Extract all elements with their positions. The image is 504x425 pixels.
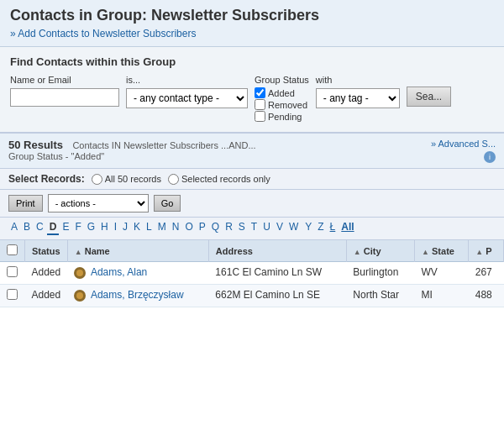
row-status: Added bbox=[25, 262, 68, 285]
alpha-C[interactable]: C bbox=[34, 220, 46, 235]
alpha-all[interactable]: All bbox=[339, 220, 356, 235]
alpha-T[interactable]: T bbox=[249, 220, 260, 235]
select-records-row: Select Records: All 50 records Selected … bbox=[0, 169, 504, 190]
added-checkbox-label[interactable]: Added bbox=[255, 87, 309, 98]
alpha-V[interactable]: V bbox=[274, 220, 286, 235]
all-records-radio-label[interactable]: All 50 records bbox=[92, 174, 161, 185]
alpha-P[interactable]: P bbox=[197, 220, 208, 235]
header-p[interactable]: ▲ P bbox=[469, 240, 504, 262]
select-all-checkbox[interactable] bbox=[7, 244, 18, 255]
row-status: Added bbox=[25, 285, 68, 307]
alpha-E[interactable]: E bbox=[60, 220, 71, 235]
row-checkbox-0[interactable] bbox=[7, 266, 18, 277]
row-city: North Star bbox=[346, 285, 414, 307]
alpha-Q[interactable]: Q bbox=[209, 220, 222, 235]
go-button[interactable]: Go bbox=[154, 195, 181, 212]
alpha-W[interactable]: W bbox=[286, 220, 301, 235]
name-label: Name or Email bbox=[10, 75, 119, 85]
actions-row: Print - actions - Go bbox=[0, 190, 504, 218]
alpha-L-special[interactable]: Ł bbox=[328, 220, 339, 235]
pending-label: Pending bbox=[268, 112, 302, 122]
with-field-group: with - any tag - bbox=[316, 75, 400, 108]
row-checkbox-cell bbox=[0, 285, 25, 307]
alpha-N[interactable]: N bbox=[170, 220, 182, 235]
all-records-radio[interactable] bbox=[92, 174, 102, 185]
row-address: 161C El Camino Ln SW bbox=[208, 262, 346, 285]
row-p: 488 bbox=[469, 285, 504, 307]
pending-checkbox[interactable] bbox=[255, 111, 265, 122]
added-label: Added bbox=[268, 88, 295, 98]
removed-checkbox-label[interactable]: Removed bbox=[255, 99, 309, 110]
results-desc-line2: Group Status - "Added" bbox=[8, 151, 256, 161]
contact-type-select[interactable]: - any contact type - Individual Organiza… bbox=[126, 88, 248, 108]
tag-select[interactable]: - any tag - bbox=[316, 88, 400, 108]
contact-type-icon bbox=[74, 267, 86, 279]
row-name: Adams, Brzęczysław bbox=[67, 285, 208, 307]
contacts-table: Status ▲ Name Address ▲ City ▲ State ▲ P… bbox=[0, 240, 504, 307]
row-state: WV bbox=[415, 262, 469, 285]
alpha-J[interactable]: J bbox=[120, 220, 130, 235]
page-header: Contacts in Group: Newsletter Subscriber… bbox=[0, 0, 504, 47]
alpha-F[interactable]: F bbox=[72, 220, 83, 235]
print-button[interactable]: Print bbox=[8, 195, 43, 212]
advanced-link[interactable]: » Advanced S... bbox=[431, 139, 496, 149]
info-icon[interactable]: i bbox=[484, 151, 496, 163]
alpha-G[interactable]: G bbox=[85, 220, 97, 235]
header-address: Address bbox=[208, 240, 346, 262]
results-right: » Advanced S... i bbox=[431, 139, 496, 163]
row-city: Burlington bbox=[346, 262, 414, 285]
name-sort-icon: ▲ bbox=[75, 248, 82, 256]
p-sort-icon: ▲ bbox=[475, 248, 483, 256]
contacts-tbody: Added Adams, Alan 161C El Camino Ln SW B… bbox=[0, 262, 504, 307]
contact-type-icon bbox=[74, 290, 86, 302]
contact-name-link[interactable]: Adams, Brzęczysław bbox=[91, 289, 184, 301]
alpha-U[interactable]: U bbox=[260, 220, 273, 235]
header-state[interactable]: ▲ State bbox=[415, 240, 469, 262]
alpha-L[interactable]: L bbox=[144, 220, 155, 235]
pending-checkbox-label[interactable]: Pending bbox=[255, 111, 309, 122]
alpha-D[interactable]: D bbox=[47, 220, 60, 235]
with-label: with bbox=[316, 75, 400, 85]
alpha-M[interactable]: M bbox=[155, 220, 169, 235]
results-desc-line1: Contacts IN Newsletter Subscribers ...AN… bbox=[72, 140, 255, 150]
page-title: Contacts in Group: Newsletter Subscriber… bbox=[10, 7, 494, 24]
actions-select[interactable]: - actions - bbox=[48, 194, 149, 212]
alpha-Z[interactable]: Z bbox=[315, 220, 326, 235]
group-status-label: Group Status bbox=[255, 75, 309, 85]
is-field-group: is... - any contact type - Individual Or… bbox=[126, 75, 248, 108]
row-checkbox-cell bbox=[0, 262, 25, 285]
all-records-label: All 50 records bbox=[105, 174, 161, 184]
added-checkbox[interactable] bbox=[255, 87, 265, 98]
selected-records-radio[interactable] bbox=[168, 174, 179, 185]
table-row: Added Adams, Alan 161C El Camino Ln SW B… bbox=[0, 262, 504, 285]
alpha-O[interactable]: O bbox=[182, 220, 195, 235]
results-left: 50 Results Contacts IN Newsletter Subscr… bbox=[8, 139, 256, 161]
alpha-A[interactable]: A bbox=[8, 220, 20, 235]
alpha-R[interactable]: R bbox=[223, 220, 235, 235]
search-section: Find Contacts within this Group Name or … bbox=[0, 47, 504, 134]
alpha-Y[interactable]: Y bbox=[302, 220, 314, 235]
group-status-group: Group Status Added Removed Pending bbox=[255, 75, 309, 122]
row-checkbox-1[interactable] bbox=[7, 289, 18, 300]
header-name[interactable]: ▲ Name bbox=[67, 240, 208, 262]
alpha-I[interactable]: I bbox=[112, 220, 119, 235]
selected-records-radio-label[interactable]: Selected records only bbox=[168, 174, 270, 185]
row-state: MI bbox=[415, 285, 469, 307]
selected-records-label: Selected records only bbox=[181, 174, 270, 184]
search-row: Name or Email is... - any contact type -… bbox=[10, 75, 494, 122]
header-city[interactable]: ▲ City bbox=[346, 240, 414, 262]
alpha-K[interactable]: K bbox=[131, 220, 143, 235]
row-p: 267 bbox=[469, 262, 504, 285]
name-input[interactable] bbox=[10, 88, 119, 107]
header-status: Status bbox=[25, 240, 68, 262]
alpha-H[interactable]: H bbox=[98, 220, 111, 235]
alpha-S[interactable]: S bbox=[236, 220, 248, 235]
add-contacts-link[interactable]: » Add Contacts to Newsletter Subscribers bbox=[10, 28, 196, 39]
alpha-B[interactable]: B bbox=[21, 220, 33, 235]
name-field-group: Name or Email bbox=[10, 75, 119, 107]
contact-name-link[interactable]: Adams, Alan bbox=[91, 266, 147, 278]
removed-checkbox[interactable] bbox=[255, 99, 265, 110]
results-count: 50 Results bbox=[8, 139, 63, 151]
search-button[interactable]: Sea... bbox=[407, 87, 451, 107]
results-bar: 50 Results Contacts IN Newsletter Subscr… bbox=[0, 134, 504, 169]
